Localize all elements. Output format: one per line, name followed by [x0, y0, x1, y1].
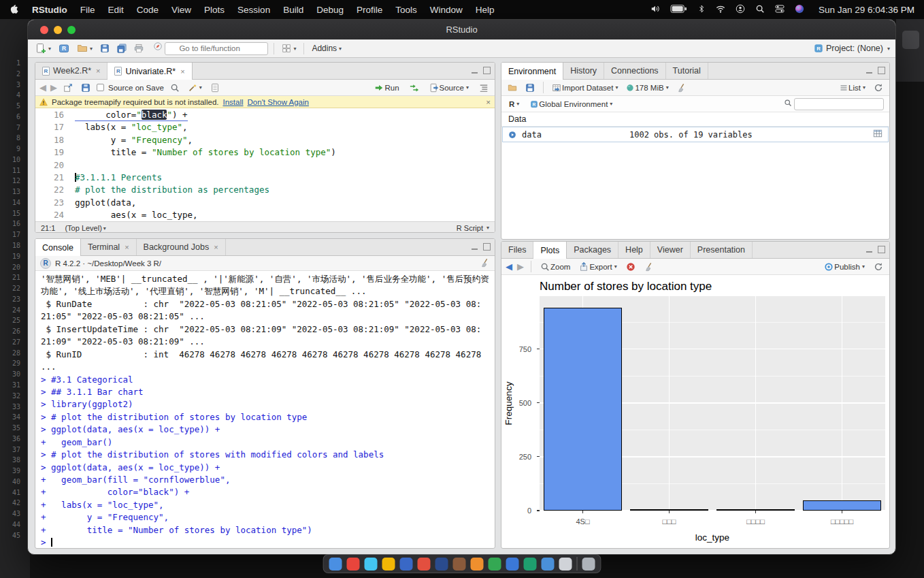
file-type-selector[interactable]: R Script▾	[457, 224, 489, 232]
forward-icon[interactable]: ▶	[50, 83, 57, 92]
previous-plot-icon[interactable]: ◀	[506, 262, 512, 271]
dont-show-again-link[interactable]: Don't Show Again	[248, 98, 309, 106]
document-outline-button[interactable]	[477, 82, 491, 94]
code-tools-button[interactable]: ▾	[186, 82, 204, 94]
tab-help[interactable]: Help	[618, 242, 650, 258]
view-data-grid-icon[interactable]	[873, 129, 882, 140]
save-all-button[interactable]	[115, 42, 129, 54]
maximize-pane-icon[interactable]	[483, 67, 491, 74]
tab-plots[interactable]: Plots	[533, 242, 567, 259]
menu-item-profile[interactable]: Profile	[357, 5, 382, 15]
menu-item-view[interactable]: View	[171, 5, 191, 15]
tab-terminal[interactable]: Terminal×	[81, 239, 137, 255]
menu-item-window[interactable]: Window	[430, 5, 463, 15]
dock-app-icon[interactable]	[489, 558, 501, 571]
tab-background-jobs[interactable]: Background Jobs×	[137, 239, 226, 255]
control-center-icon[interactable]	[775, 4, 785, 16]
save-button[interactable]	[98, 42, 112, 54]
import-dataset-button[interactable]: Import Dataset▾	[550, 82, 620, 94]
close-tab-icon[interactable]: ×	[180, 67, 184, 76]
zoom-plot-button[interactable]: Zoom	[538, 261, 572, 273]
dock-app-icon[interactable]	[559, 558, 572, 571]
battery-icon[interactable]	[670, 5, 687, 15]
language-selector[interactable]: R▾	[507, 99, 521, 110]
code-editor[interactable]: 161718192021222324 color="black") + labs…	[35, 108, 495, 221]
scope-selector[interactable]: (Top Level)▾	[65, 224, 105, 232]
tab-history[interactable]: History	[563, 63, 604, 79]
menu-item-tools[interactable]: Tools	[395, 5, 417, 15]
tab-packages[interactable]: Packages	[567, 242, 618, 258]
minimize-pane-icon[interactable]	[471, 243, 478, 251]
tab-environment[interactable]: Environment	[501, 63, 563, 80]
bluetooth-icon[interactable]	[697, 5, 706, 15]
new-project-button[interactable]	[56, 42, 71, 55]
menu-item-session[interactable]: Session	[237, 5, 270, 15]
dock-app-icon[interactable]	[524, 558, 537, 571]
source-button[interactable]: Source▾	[427, 82, 471, 94]
apple-menu[interactable]	[10, 4, 19, 16]
remove-plot-button[interactable]	[624, 261, 638, 273]
dock-app-icon[interactable]	[329, 558, 342, 571]
menu-bar-clock[interactable]: Sun Jan 29 6:04:36 PM	[819, 5, 914, 15]
maximize-pane-icon[interactable]	[878, 67, 885, 74]
user-switch-icon[interactable]	[736, 4, 745, 16]
dock-app-icon[interactable]	[435, 558, 448, 571]
compile-report-button[interactable]	[208, 82, 222, 94]
tab-viewer[interactable]: Viewer	[650, 242, 691, 258]
save-workspace-button[interactable]	[523, 82, 537, 94]
menu-item-plots[interactable]: Plots	[204, 5, 225, 15]
environment-object-row[interactable]: data 1002 obs. of 19 variables	[502, 127, 889, 142]
clear-environment-button[interactable]	[675, 82, 689, 94]
volume-icon[interactable]	[650, 4, 660, 16]
clear-console-button[interactable]	[480, 258, 490, 269]
dock-app-icon[interactable]	[506, 558, 519, 571]
close-tab-icon[interactable]: ×	[214, 243, 218, 251]
print-button[interactable]	[132, 42, 146, 54]
refresh-environment-button[interactable]	[872, 82, 885, 94]
next-plot-icon[interactable]: ▶	[517, 262, 524, 271]
wifi-icon[interactable]	[716, 4, 725, 16]
minimize-pane-icon[interactable]	[865, 67, 873, 74]
project-menu[interactable]: Project: (None) ▾	[814, 44, 890, 53]
open-file-button[interactable]: ▾	[75, 42, 95, 55]
spotlight-icon[interactable]	[755, 4, 765, 16]
export-plot-button[interactable]: Export▾	[577, 261, 618, 273]
source-on-save-checkbox[interactable]	[97, 84, 104, 91]
menu-item-code[interactable]: Code	[137, 5, 159, 15]
tab-week2-r-[interactable]: RWeek2.R*×	[35, 63, 108, 79]
dock-trash-icon[interactable]	[582, 558, 595, 571]
tab-connections[interactable]: Connections	[604, 63, 666, 79]
addins-button[interactable]: Addins▾	[310, 42, 344, 54]
back-icon[interactable]: ◀	[39, 83, 46, 92]
window-titlebar[interactable]: RStudio	[28, 20, 895, 39]
menu-app-name[interactable]: RStudio	[32, 5, 67, 15]
minimize-pane-icon[interactable]	[471, 67, 478, 74]
dock-app-icon[interactable]	[542, 558, 555, 571]
tab-tutorial[interactable]: Tutorial	[666, 63, 708, 79]
tab-files[interactable]: Files	[501, 242, 533, 258]
menu-item-build[interactable]: Build	[283, 5, 303, 15]
dock-app-icon[interactable]	[471, 558, 484, 571]
menu-item-help[interactable]: Help	[476, 5, 495, 15]
publish-button[interactable]: Publish▾	[822, 261, 867, 273]
tab-console[interactable]: Console	[35, 239, 81, 256]
dock-app-icon[interactable]	[418, 558, 431, 571]
install-link[interactable]: Install	[222, 98, 243, 106]
new-file-button[interactable]: ▾	[33, 42, 53, 55]
memory-usage-button[interactable]: 178 MiB▾	[624, 82, 670, 93]
dock-app-icon[interactable]	[453, 558, 466, 571]
menu-item-edit[interactable]: Edit	[108, 5, 124, 15]
list-view-button[interactable]: List▾	[838, 82, 868, 93]
environment-scope-selector[interactable]: Global Environment▾	[528, 99, 614, 110]
siri-icon[interactable]	[795, 4, 804, 16]
tab-presentation[interactable]: Presentation	[691, 242, 753, 258]
menu-item-debug[interactable]: Debug	[316, 5, 344, 15]
find-replace-button[interactable]	[168, 82, 182, 94]
dock-app-icon[interactable]	[365, 558, 378, 571]
run-button[interactable]: Run	[372, 82, 401, 94]
maximize-pane-icon[interactable]	[483, 243, 491, 251]
pane-layout-button[interactable]: ▾	[280, 42, 298, 54]
refresh-plots-button[interactable]	[872, 261, 885, 273]
goto-file-input[interactable]	[165, 42, 268, 55]
menu-item-file[interactable]: File	[80, 5, 95, 15]
